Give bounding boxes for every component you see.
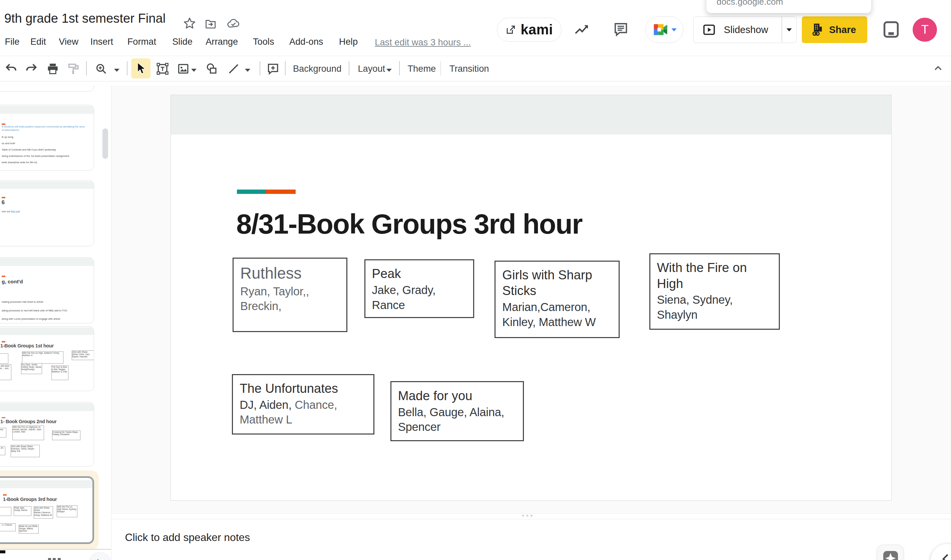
menu-insert[interactable]: Insert bbox=[91, 36, 113, 47]
slide-thumbnail-1[interactable] bbox=[0, 85, 94, 91]
transition-button[interactable]: Transition bbox=[449, 63, 489, 74]
layout-caret-icon[interactable] bbox=[386, 69, 392, 72]
thumb-group-box: ss ...lor, bbox=[0, 507, 11, 516]
thumb-banner bbox=[0, 480, 92, 488]
background-button[interactable]: Background bbox=[293, 63, 342, 74]
slide-thumbnail-6[interactable]: 1- Book Groups 2nd hour...ke H, ... Lucy… bbox=[0, 402, 94, 466]
menu-view[interactable]: View bbox=[59, 36, 78, 47]
toolbar-separator bbox=[127, 61, 128, 76]
zoom-icon[interactable] bbox=[95, 63, 107, 75]
filmstrip: 6 Students will build positive classroom… bbox=[0, 85, 111, 560]
share-button[interactable]: Share bbox=[802, 16, 867, 43]
thumb-group-box: ...ke H, ... Lucy bbox=[0, 428, 6, 437]
cloud-status-icon[interactable] bbox=[227, 18, 240, 30]
stats-icon[interactable] bbox=[574, 24, 590, 36]
slide-thumbnail-2[interactable]: 6 Students will build positive classroom… bbox=[0, 105, 94, 170]
layout-button[interactable]: Layout bbox=[358, 63, 385, 74]
thumb-group-box: fortunates ...an, ...es L bbox=[0, 446, 5, 455]
group-members: Ryan, Taylor,, Breckin, bbox=[240, 284, 340, 314]
move-folder-icon[interactable] bbox=[205, 18, 217, 30]
group-box-3[interactable]: With the Fire on HighSiena, Sydney, Shay… bbox=[649, 253, 780, 330]
group-members: Jake, Grady, Rance bbox=[372, 283, 466, 312]
slideshow-button[interactable]: Slideshow bbox=[693, 16, 797, 43]
zoom-caret-icon[interactable] bbox=[114, 69, 120, 72]
thumb-dash bbox=[3, 494, 7, 495]
thumb-group-box: Dry Zack, Jonah, Holden Noah, Jacob, And… bbox=[21, 363, 42, 374]
slide-title[interactable]: 8/31-Book Groups 3rd hour bbox=[236, 208, 582, 240]
menu-format[interactable]: Format bbox=[128, 36, 156, 47]
collapse-toolbar-icon[interactable] bbox=[933, 63, 944, 73]
paint-format-icon[interactable] bbox=[68, 63, 79, 75]
device-frame-icon[interactable] bbox=[883, 21, 899, 38]
toolbar-separator bbox=[349, 61, 349, 76]
group-box-0[interactable]: RuthlessRyan, Taylor,, Breckin, bbox=[232, 258, 347, 332]
thumb-group-box: With the Fire on High, Addison? Emily, A… bbox=[22, 351, 63, 363]
group-members: DJ, Aiden, Chance, Matthew L bbox=[240, 397, 367, 427]
comment-icon[interactable] bbox=[612, 22, 629, 37]
shape-icon[interactable] bbox=[206, 63, 218, 75]
group-title: Girls with Sharp Sticks bbox=[502, 267, 612, 299]
line-icon[interactable] bbox=[228, 63, 240, 75]
image-caret-icon[interactable] bbox=[191, 69, 197, 72]
last-edit-link[interactable]: Last edit was 3 hours ... bbox=[375, 37, 471, 48]
slide-accent-dash bbox=[237, 189, 295, 194]
avatar[interactable]: T bbox=[913, 18, 937, 42]
image-icon[interactable] bbox=[177, 63, 189, 75]
partial-thumb-dots bbox=[48, 558, 61, 560]
thumb-group-box: Crossing the Tracks Maya, Paisley, Eliza… bbox=[52, 431, 80, 440]
slideshow-caret-icon[interactable] bbox=[786, 28, 792, 31]
kami-button[interactable]: kami bbox=[497, 18, 562, 42]
redo-icon[interactable] bbox=[25, 63, 37, 74]
thumb-group-box: Girls with Sharp Sticks Emersyn, Olivia,… bbox=[11, 445, 40, 457]
thumb-group-box: With the Fire on High Siena, Sydney, Sha… bbox=[57, 505, 77, 517]
group-members: Siena, Sydney, Shaylyn bbox=[657, 292, 772, 322]
menu-addons[interactable]: Add-ons bbox=[289, 36, 323, 47]
filmstrip-bottom-line bbox=[0, 549, 111, 550]
document-title[interactable]: 9th grade 1st semester Final bbox=[4, 11, 166, 26]
menu-help[interactable]: Help bbox=[339, 36, 358, 47]
menu-slide[interactable]: Slide bbox=[172, 36, 192, 47]
line-caret-icon[interactable] bbox=[245, 69, 250, 72]
canvas-area: 8/31-Book Groups 3rd hour RuthlessRyan, … bbox=[111, 85, 951, 513]
thumb-banner bbox=[0, 403, 94, 411]
textbox-icon[interactable] bbox=[157, 63, 169, 75]
thumb-banner bbox=[0, 181, 94, 189]
theme-button[interactable]: Theme bbox=[408, 63, 436, 74]
slide-thumbnail-5[interactable]: 1-Book Groups 1st hourgan, Jos, ...With … bbox=[0, 326, 94, 391]
star-icon[interactable] bbox=[183, 17, 196, 30]
filmstrip-scroll-button[interactable]: ↑ bbox=[88, 552, 111, 560]
thumb-group-box: Girls with Sharp Sticks Marian,Cameron, … bbox=[34, 506, 53, 518]
url-tooltip: docs.google.com bbox=[706, 0, 872, 13]
speaker-notes-panel[interactable]: Click to add speaker notes bbox=[111, 519, 951, 560]
group-box-2[interactable]: Girls with Sharp SticksMarian,Cameron, K… bbox=[494, 261, 619, 338]
menu-file[interactable]: File bbox=[5, 36, 20, 47]
add-comment-icon[interactable] bbox=[267, 63, 279, 75]
menu-tools[interactable]: Tools bbox=[253, 36, 274, 47]
group-box-5[interactable]: Made for youBella, Gauge, Alaina, Spence… bbox=[391, 381, 524, 441]
slideshow-divider bbox=[782, 17, 782, 42]
slide-thumbnail-7[interactable]: 1-Book Groups 3rd hourss ...lor,Peak Jak… bbox=[0, 476, 94, 544]
slide-canvas[interactable]: 8/31-Book Groups 3rd hour RuthlessRyan, … bbox=[171, 95, 892, 501]
group-title: The Unfortunates bbox=[240, 380, 367, 396]
filmstrip-scrollbar[interactable] bbox=[102, 128, 108, 159]
menu-edit[interactable]: Edit bbox=[30, 36, 46, 47]
thumb-group-box: Girls with Sharp Sticks Chloe, Laci, Rya… bbox=[72, 351, 94, 360]
group-box-4[interactable]: The UnfortunatesDJ, Aiden, Chance, Matth… bbox=[232, 374, 374, 435]
explore-button[interactable] bbox=[877, 545, 903, 560]
share-lock-icon bbox=[811, 23, 823, 36]
slide-thumbnail-4[interactable]: g, cont'deading processes half sheet & a… bbox=[0, 257, 94, 323]
group-box-1[interactable]: PeakJake, Grady, Rance bbox=[365, 259, 474, 318]
thumb-banner bbox=[0, 258, 94, 266]
meet-button[interactable] bbox=[645, 16, 684, 43]
group-members: Bella, Gauge, Alaina, Spencer bbox=[398, 405, 516, 434]
notes-splitter[interactable] bbox=[111, 513, 951, 519]
thumb-dash bbox=[2, 417, 5, 418]
menu-arrange[interactable]: Arrange bbox=[206, 36, 238, 47]
slide-thumbnail-3[interactable]: 6uce our first unit bbox=[0, 180, 94, 246]
thumb-banner bbox=[0, 328, 94, 335]
undo-icon[interactable] bbox=[5, 63, 17, 74]
thumb-group-box: Peak Jake, Grady, Rance bbox=[14, 506, 31, 516]
print-icon[interactable] bbox=[47, 63, 59, 75]
speaker-notes-placeholder[interactable]: Click to add speaker notes bbox=[125, 531, 250, 544]
select-tool-active[interactable] bbox=[131, 58, 151, 78]
